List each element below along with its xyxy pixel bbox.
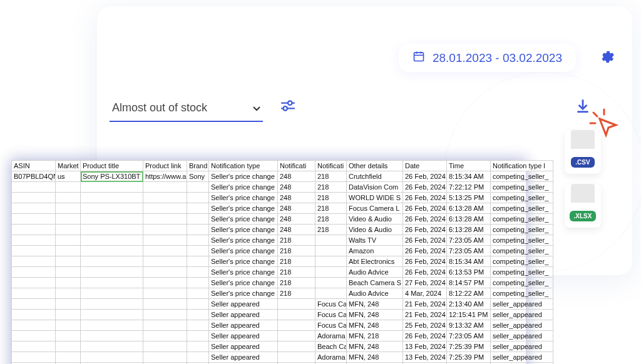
cell[interactable] bbox=[56, 278, 81, 288]
filter-sliders-button[interactable] bbox=[280, 99, 296, 115]
cell[interactable]: 7:25:39 PM bbox=[447, 341, 491, 352]
cell[interactable] bbox=[81, 214, 143, 225]
date-range-picker[interactable]: 28.01.2023 - 03.02.2023 bbox=[399, 44, 576, 72]
cell[interactable]: Sony PS-LX310BT Belt bbox=[81, 171, 143, 182]
cell[interactable]: MFN, 248 bbox=[347, 310, 403, 320]
cell[interactable]: competing_seller_ bbox=[491, 203, 553, 214]
cell[interactable]: Focus Came bbox=[315, 310, 347, 320]
cell[interactable] bbox=[143, 352, 187, 363]
column-header[interactable]: Product title bbox=[81, 161, 143, 171]
cell[interactable] bbox=[56, 310, 81, 320]
cell[interactable] bbox=[81, 267, 143, 278]
cell[interactable] bbox=[143, 320, 187, 331]
cell[interactable] bbox=[81, 256, 143, 267]
cell[interactable]: 248 bbox=[278, 203, 315, 214]
cell[interactable]: Seller appeared bbox=[209, 341, 278, 352]
cell[interactable] bbox=[143, 310, 187, 320]
cell[interactable] bbox=[12, 225, 56, 235]
cell[interactable]: Seller's price change bbox=[209, 235, 278, 246]
column-header[interactable]: Product link bbox=[143, 161, 187, 171]
table-row[interactable]: Seller's price change218Audio Advice4 Ma… bbox=[12, 288, 553, 299]
cell[interactable]: 5:13:25 PM bbox=[447, 193, 491, 203]
cell[interactable]: Amazon bbox=[347, 246, 403, 256]
cell[interactable] bbox=[81, 310, 143, 320]
cell[interactable]: Adorama bbox=[315, 331, 347, 341]
cell[interactable] bbox=[81, 352, 143, 363]
cell[interactable]: 26 Feb, 2024 bbox=[403, 246, 447, 256]
table-row[interactable]: Seller's price change218Abt Electronics2… bbox=[12, 256, 553, 267]
cell[interactable]: competing_seller_ bbox=[491, 171, 553, 182]
cell[interactable]: Seller's price change bbox=[209, 288, 278, 299]
cell[interactable] bbox=[187, 225, 209, 235]
cell[interactable] bbox=[143, 193, 187, 203]
cell[interactable]: 248 bbox=[278, 214, 315, 225]
cell[interactable]: seller_appeared bbox=[491, 310, 553, 320]
cell[interactable]: 6:13:28 AM bbox=[447, 225, 491, 235]
cell[interactable] bbox=[187, 352, 209, 363]
cell[interactable] bbox=[278, 320, 315, 331]
column-header[interactable]: Notificati bbox=[278, 161, 315, 171]
column-header[interactable]: Market bbox=[56, 161, 81, 171]
cell[interactable]: competing_seller_ bbox=[491, 214, 553, 225]
cell[interactable]: 248 bbox=[278, 171, 315, 182]
cell[interactable]: Audio Advice bbox=[347, 267, 403, 278]
table-row[interactable]: B07PBLD4QNusSony PS-LX310BT Belthttps://… bbox=[12, 171, 553, 182]
cell[interactable]: 26 Feb, 2024 bbox=[403, 256, 447, 267]
cell[interactable]: 26 Feb, 2024 bbox=[403, 171, 447, 182]
cell[interactable]: Seller's price change bbox=[209, 225, 278, 235]
cell[interactable] bbox=[81, 299, 143, 310]
cell[interactable] bbox=[12, 235, 56, 246]
cell[interactable] bbox=[187, 235, 209, 246]
cell[interactable]: DataVision Com bbox=[347, 182, 403, 193]
cell[interactable]: Focus Camera L bbox=[347, 203, 403, 214]
cell[interactable] bbox=[81, 203, 143, 214]
cell[interactable]: 218 bbox=[278, 278, 315, 288]
cell[interactable]: competing_seller_ bbox=[491, 225, 553, 235]
cell[interactable]: us bbox=[56, 171, 81, 182]
cell[interactable] bbox=[187, 193, 209, 203]
cell[interactable] bbox=[56, 352, 81, 363]
cell[interactable] bbox=[143, 246, 187, 256]
cell[interactable]: 26 Feb, 2024 bbox=[403, 225, 447, 235]
cell[interactable] bbox=[143, 225, 187, 235]
cell[interactable]: 26 Feb, 2024 bbox=[403, 203, 447, 214]
cell[interactable] bbox=[143, 278, 187, 288]
cell[interactable]: 8:15:34 AM bbox=[447, 171, 491, 182]
cell[interactable]: competing_seller_ bbox=[491, 288, 553, 299]
cell[interactable]: MFN, 218 bbox=[347, 331, 403, 341]
cell[interactable]: 7:23:05 AM bbox=[447, 331, 491, 341]
cell[interactable] bbox=[187, 299, 209, 310]
cell[interactable] bbox=[56, 299, 81, 310]
cell[interactable]: Audio Advice bbox=[347, 288, 403, 299]
cell[interactable] bbox=[81, 288, 143, 299]
cell[interactable]: Seller appeared bbox=[209, 352, 278, 363]
cell[interactable] bbox=[143, 214, 187, 225]
cell[interactable]: seller_appeared bbox=[491, 352, 553, 363]
cell[interactable] bbox=[81, 193, 143, 203]
cell[interactable]: 26 Feb, 2024 bbox=[403, 267, 447, 278]
cell[interactable]: MFN, 248 bbox=[347, 341, 403, 352]
data-table[interactable]: ASINMarketProduct titleProduct linkBrand… bbox=[11, 160, 553, 364]
cell[interactable] bbox=[56, 182, 81, 193]
cell[interactable] bbox=[143, 267, 187, 278]
cell[interactable]: Walts TV bbox=[347, 235, 403, 246]
cell[interactable] bbox=[315, 267, 347, 278]
cell[interactable]: 2:13:40 AM bbox=[447, 299, 491, 310]
cell[interactable]: 218 bbox=[278, 288, 315, 299]
column-header[interactable]: ASIN bbox=[12, 161, 56, 171]
cell[interactable] bbox=[12, 214, 56, 225]
cell[interactable] bbox=[278, 341, 315, 352]
table-row[interactable]: Seller appearedFocus CameMFN, 24821 Feb,… bbox=[12, 299, 553, 310]
cell[interactable] bbox=[187, 256, 209, 267]
cell[interactable]: Seller's price change bbox=[209, 214, 278, 225]
cell[interactable] bbox=[12, 278, 56, 288]
cell[interactable]: Seller appeared bbox=[209, 331, 278, 341]
cell[interactable]: 7:25:39 PM bbox=[447, 352, 491, 363]
cell[interactable] bbox=[12, 331, 56, 341]
cell[interactable]: B07PBLD4QN bbox=[12, 171, 56, 182]
table-row[interactable]: Seller appearedAdoramaMFN, 24813 Feb, 20… bbox=[12, 352, 553, 363]
cell[interactable]: 218 bbox=[278, 256, 315, 267]
cell[interactable]: 218 bbox=[315, 182, 347, 193]
cell[interactable]: 7:23:05 AM bbox=[447, 235, 491, 246]
cell[interactable]: seller_appeared bbox=[491, 331, 553, 341]
